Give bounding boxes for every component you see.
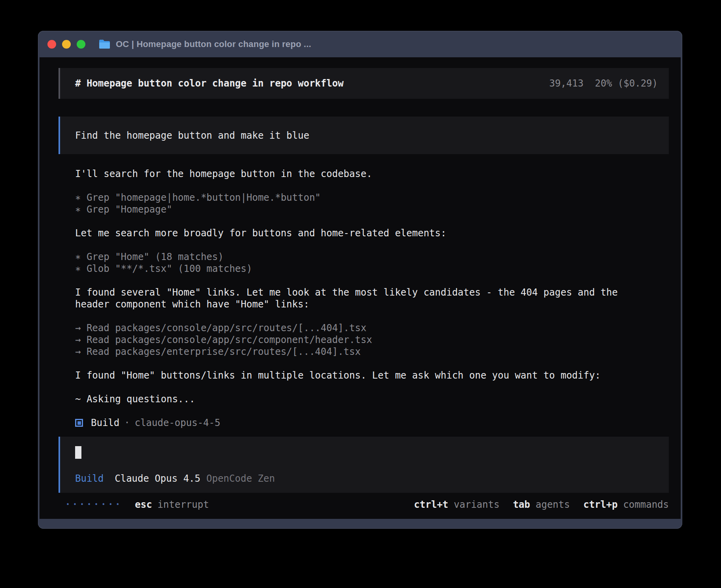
agent-name: Build — [91, 417, 119, 429]
input-provider-label: OpenCode Zen — [206, 473, 275, 484]
hint-interrupt: esc interrupt — [135, 499, 209, 510]
session-title: # Homepage button color change in repo w… — [75, 78, 549, 89]
close-button[interactable] — [47, 40, 56, 49]
hint-key-esc: esc — [135, 499, 152, 510]
message-line: I'll search for the homepage button in t… — [75, 168, 660, 180]
build-agent-icon — [75, 419, 83, 427]
hint-label-commands: commands — [623, 499, 669, 510]
assistant-message: I found "Home" buttons/links in multiple… — [75, 369, 660, 381]
prompt-input[interactable]: Build Claude Opus 4.5 OpenCode Zen — [59, 437, 669, 493]
hint-label-variants: variants — [454, 499, 500, 510]
input-model-label[interactable]: Claude Opus 4.5 — [115, 473, 200, 484]
hint-key-ctrl-p: ctrl+p — [583, 499, 618, 510]
input-agent-label[interactable]: Build — [75, 473, 104, 484]
spinner-dots: •••••••• — [66, 499, 123, 511]
conversation: I'll search for the homepage button in t… — [75, 168, 660, 429]
user-message-panel: Find the homepage button and make it blu… — [59, 117, 669, 154]
message-line: I found several "Home" links. Let me loo… — [75, 286, 660, 298]
session-stats: 39,413 20% ($0.29) — [549, 78, 658, 89]
tool-call-group: → Read packages/console/app/src/routes/[… — [75, 322, 660, 358]
hint-variants: ctrl+t variants — [414, 499, 499, 510]
hint-agents: tab agents — [513, 499, 570, 510]
message-line: I found "Home" buttons/links in multiple… — [75, 369, 660, 381]
zoom-button[interactable] — [77, 40, 85, 49]
hints-right-group: ctrl+t variants tab agents ctrl+p comman… — [414, 499, 669, 510]
assistant-message: I found several "Home" links. Let me loo… — [75, 286, 660, 310]
hint-label-agents: agents — [536, 499, 570, 510]
assistant-message: I'll search for the homepage button in t… — [75, 168, 660, 180]
hint-key-ctrl-t: ctrl+t — [414, 499, 448, 510]
tool-call-group: ∗ Grep "Home" (18 matches) ∗ Glob "**/*.… — [75, 251, 660, 275]
text-cursor — [75, 446, 81, 459]
window-title: OC | Homepage button color change in rep… — [116, 39, 311, 49]
terminal-content: # Homepage button color change in repo w… — [40, 57, 681, 519]
status-line: ~ Asking questions... — [75, 393, 660, 405]
read-file-line: → Read packages/enterprise/src/routes/[.… — [75, 346, 660, 358]
hint-label-interrupt: interrupt — [158, 499, 209, 510]
tool-call-line: ∗ Grep "Home" (18 matches) — [75, 251, 660, 263]
hint-key-tab: tab — [513, 499, 530, 510]
read-file-line: → Read packages/console/app/src/routes/[… — [75, 322, 660, 334]
session-header-panel: # Homepage button color change in repo w… — [59, 68, 669, 99]
tool-call-group: ∗ Grep "homepage|home.*button|Home.*butt… — [75, 192, 660, 215]
hint-commands: ctrl+p commands — [583, 499, 669, 510]
input-meta-row: Build Claude Opus 4.5 OpenCode Zen — [75, 473, 658, 484]
assistant-status: ~ Asking questions... — [75, 393, 660, 405]
titlebar[interactable]: OC | Homepage button color change in rep… — [38, 31, 682, 57]
tool-call-line: ∗ Glob "**/*.tsx" (100 matches) — [75, 263, 660, 275]
read-file-line: → Read packages/console/app/src/componen… — [75, 334, 660, 346]
message-line: header component which have "Home" links… — [75, 298, 660, 310]
model-name: claude-opus-4-5 — [135, 417, 221, 429]
terminal-window: OC | Homepage button color change in rep… — [38, 31, 682, 529]
status-bar: •••••••• esc interrupt ctrl+t variants t… — [59, 499, 669, 511]
badge-separator: · — [124, 417, 130, 429]
user-message-text: Find the homepage button and make it blu… — [75, 130, 309, 141]
tool-call-line: ∗ Grep "Homepage" — [75, 204, 660, 215]
folder-icon — [98, 39, 111, 49]
tool-call-line: ∗ Grep "homepage|home.*button|Home.*butt… — [75, 192, 660, 204]
agent-badge: Build · claude-opus-4-5 — [75, 417, 660, 429]
minimize-button[interactable] — [62, 40, 71, 49]
message-line: Let me search more broadly for buttons a… — [75, 227, 660, 239]
assistant-message: Let me search more broadly for buttons a… — [75, 227, 660, 239]
